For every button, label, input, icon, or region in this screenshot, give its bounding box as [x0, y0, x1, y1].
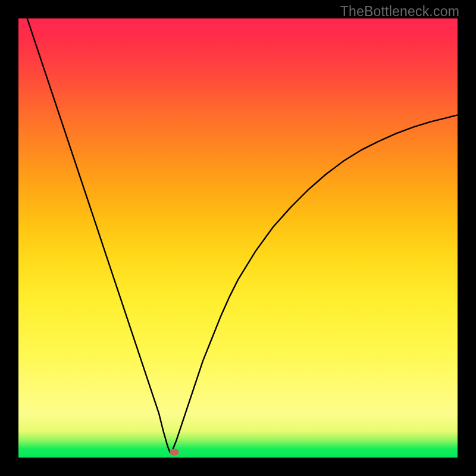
attribution-label: TheBottleneck.com [340, 4, 459, 20]
optimal-point-marker [170, 449, 178, 456]
bottleneck-curve [18, 18, 458, 458]
chart-frame: TheBottleneck.com [0, 0, 476, 476]
chart-plot-area [18, 18, 458, 458]
